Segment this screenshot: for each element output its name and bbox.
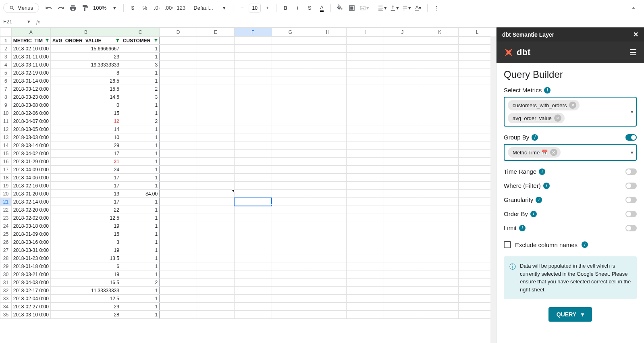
cell[interactable]: 1 — [121, 45, 159, 53]
cell[interactable]: 11.33333333 — [50, 287, 121, 295]
cell[interactable]: 2018-02-19 0:00 — [11, 69, 50, 77]
cell[interactable]: 12.5 — [50, 295, 121, 303]
cell[interactable] — [309, 238, 347, 246]
cell[interactable]: 1 — [121, 125, 159, 133]
info-icon[interactable]: i — [544, 87, 551, 94]
cell[interactable] — [384, 61, 421, 69]
cell[interactable] — [197, 158, 234, 166]
cell[interactable] — [309, 101, 347, 109]
metrics-select[interactable]: customers_with_orders✕ avg_order_value✕ … — [504, 97, 637, 127]
cell[interactable]: 2018-01-11 0:00 — [11, 53, 50, 61]
bold-button[interactable]: B — [280, 2, 291, 14]
row-header[interactable]: 1 — [0, 37, 12, 45]
cell[interactable] — [309, 206, 347, 214]
row-header[interactable]: 35 — [0, 311, 12, 319]
cell[interactable] — [272, 77, 309, 85]
cell[interactable] — [197, 214, 234, 222]
cell[interactable] — [309, 150, 347, 158]
cell[interactable] — [160, 117, 197, 125]
redo-button[interactable] — [55, 2, 66, 14]
cell[interactable]: 6 — [50, 262, 121, 270]
cell[interactable] — [197, 238, 234, 246]
cell[interactable] — [234, 254, 272, 262]
cell[interactable] — [384, 270, 421, 279]
cell[interactable]: 29 — [50, 303, 121, 311]
font-size-decrease[interactable]: − — [237, 2, 248, 14]
filter-icon[interactable] — [45, 38, 50, 43]
dropdown-caret-icon[interactable]: ▾ — [631, 109, 634, 115]
cell[interactable] — [234, 230, 272, 238]
cell[interactable] — [272, 53, 309, 61]
cell[interactable]: 2018-03-31 0:00 — [11, 246, 50, 254]
cell[interactable] — [160, 295, 197, 303]
row-header[interactable]: 10 — [0, 109, 12, 117]
cell[interactable] — [347, 85, 384, 93]
row-header[interactable]: 34 — [0, 303, 12, 311]
cell[interactable] — [272, 166, 309, 174]
cell[interactable] — [160, 182, 197, 190]
cell[interactable] — [384, 174, 421, 182]
cell[interactable]: 2018-02-10 0:00 — [11, 45, 50, 53]
italic-button[interactable]: I — [292, 2, 303, 14]
cell[interactable] — [160, 174, 197, 182]
info-icon[interactable]: i — [543, 183, 550, 189]
cell[interactable] — [309, 303, 347, 311]
cell[interactable] — [384, 117, 421, 125]
row-header[interactable]: 19 — [0, 182, 12, 190]
group-chip[interactable]: Metric Time 📅✕ — [508, 147, 561, 158]
row-header[interactable]: 18 — [0, 174, 12, 182]
cell[interactable] — [197, 206, 234, 214]
cell[interactable]: $4.00 — [121, 190, 159, 198]
cell[interactable] — [347, 69, 384, 77]
cell[interactable]: 2 — [121, 279, 159, 287]
cell[interactable] — [309, 222, 347, 230]
cell[interactable]: 1 — [121, 238, 159, 246]
cell[interactable] — [347, 214, 384, 222]
cell[interactable] — [384, 190, 421, 198]
cell[interactable] — [234, 182, 272, 190]
cell[interactable] — [309, 190, 347, 198]
cell[interactable] — [421, 37, 459, 45]
menus-button[interactable]: Menus — [3, 3, 39, 13]
cell[interactable] — [421, 93, 459, 101]
cell[interactable] — [160, 311, 197, 319]
cell[interactable] — [384, 198, 421, 206]
row-header[interactable]: 24 — [0, 222, 12, 230]
cell[interactable]: 2018-03-14 0:00 — [11, 141, 50, 150]
cell[interactable] — [347, 109, 384, 117]
cell[interactable] — [309, 182, 347, 190]
cell[interactable] — [309, 133, 347, 141]
cell[interactable] — [160, 238, 197, 246]
cell[interactable] — [234, 109, 272, 117]
decrease-decimal-button[interactable]: .0↓ — [151, 2, 162, 14]
cell[interactable] — [272, 133, 309, 141]
cell[interactable] — [197, 182, 234, 190]
row-header[interactable]: 22 — [0, 206, 12, 214]
cell[interactable]: 1 — [121, 53, 159, 61]
cell[interactable] — [347, 303, 384, 311]
cell[interactable]: 2018-01-20 0:00 — [11, 190, 50, 198]
cell[interactable] — [347, 174, 384, 182]
cell[interactable] — [160, 254, 197, 262]
cell[interactable] — [421, 109, 459, 117]
limit-toggle[interactable] — [625, 225, 637, 231]
cell[interactable]: 10 — [50, 133, 121, 141]
cell[interactable] — [197, 270, 234, 279]
cell[interactable] — [309, 198, 347, 206]
filter-icon[interactable] — [115, 38, 120, 43]
cell[interactable] — [272, 206, 309, 214]
cell[interactable]: CUSTOMER — [121, 37, 159, 45]
cell[interactable]: METRIC_TIM — [11, 37, 50, 45]
group-by-toggle[interactable] — [625, 134, 637, 141]
cell[interactable] — [197, 303, 234, 311]
cell[interactable] — [160, 45, 197, 53]
cell[interactable] — [160, 287, 197, 295]
cell[interactable] — [272, 109, 309, 117]
cell[interactable]: 13.5 — [50, 254, 121, 262]
cell[interactable] — [384, 109, 421, 117]
cell[interactable] — [384, 69, 421, 77]
cell[interactable]: 1 — [121, 77, 159, 85]
row-header[interactable]: 28 — [0, 254, 12, 262]
cell[interactable]: 1 — [121, 246, 159, 254]
cell[interactable] — [384, 53, 421, 61]
